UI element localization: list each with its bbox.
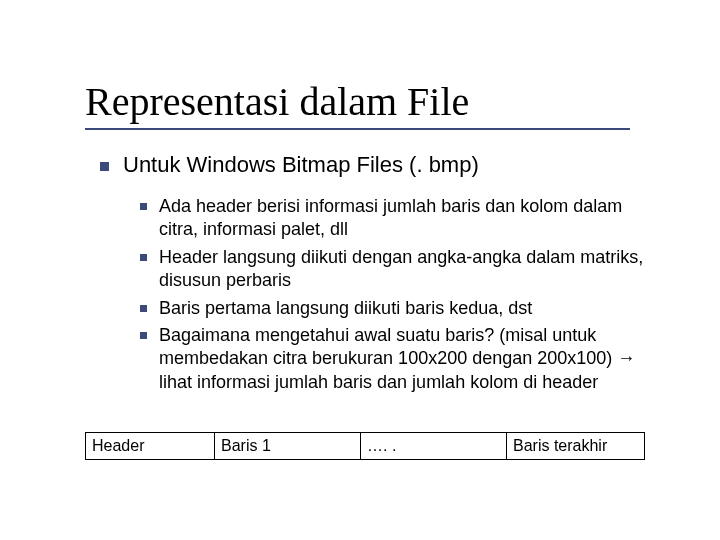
bullet-level2-list: Ada header berisi informasi jumlah baris… bbox=[140, 195, 660, 398]
list-item-text: Ada header berisi informasi jumlah baris… bbox=[159, 195, 660, 242]
square-bullet-icon bbox=[100, 162, 109, 171]
list-item: Baris pertama langsung diikuti baris ked… bbox=[140, 297, 660, 320]
list-item-text: Baris pertama langsung diikuti baris ked… bbox=[159, 297, 532, 320]
slide: Representasi dalam File Untuk Windows Bi… bbox=[0, 0, 720, 540]
square-bullet-icon bbox=[140, 332, 147, 339]
list-item-text: Bagaimana mengetahui awal suatu baris? (… bbox=[159, 324, 660, 394]
file-structure-table: Header Baris 1 …. . Baris terakhir bbox=[85, 432, 645, 460]
bullet-level1: Untuk Windows Bitmap Files (. bmp) bbox=[100, 152, 660, 178]
slide-title: Representasi dalam File bbox=[85, 78, 469, 125]
square-bullet-icon bbox=[140, 254, 147, 261]
list-item: Header langsung diikuti dengan angka-ang… bbox=[140, 246, 660, 293]
level1-text: Untuk Windows Bitmap Files (. bmp) bbox=[123, 152, 479, 178]
list-item-text: Header langsung diikuti dengan angka-ang… bbox=[159, 246, 660, 293]
list-item: Bagaimana mengetahui awal suatu baris? (… bbox=[140, 324, 660, 394]
table-cell-header: Header bbox=[85, 432, 215, 460]
list-item: Ada header berisi informasi jumlah baris… bbox=[140, 195, 660, 242]
title-underline bbox=[85, 128, 630, 130]
square-bullet-icon bbox=[140, 203, 147, 210]
square-bullet-icon bbox=[140, 305, 147, 312]
table-cell-ellipsis: …. . bbox=[361, 432, 507, 460]
table-cell-baris-terakhir: Baris terakhir bbox=[507, 432, 645, 460]
table-cell-baris1: Baris 1 bbox=[215, 432, 361, 460]
